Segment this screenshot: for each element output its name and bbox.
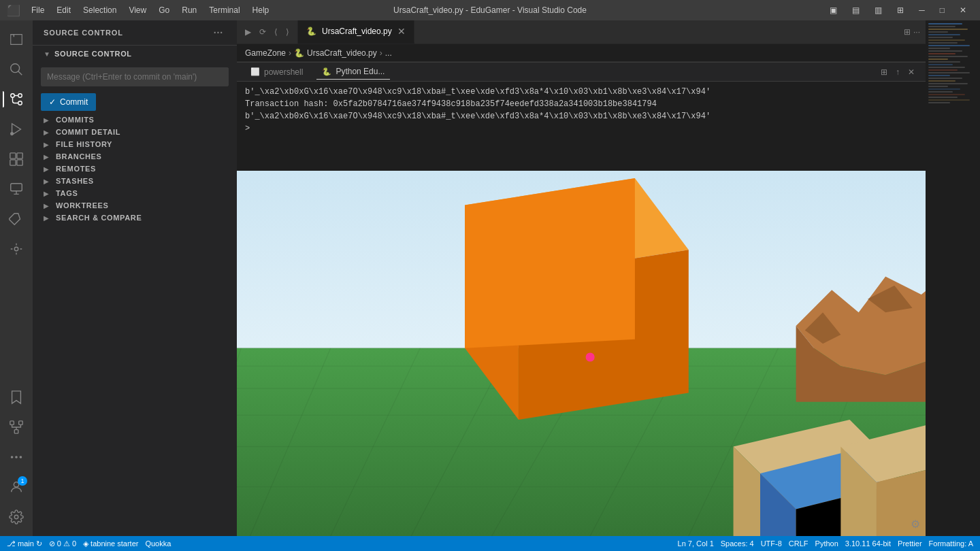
layout-icon[interactable]: ▤ <box>845 3 866 18</box>
more-actions-icon[interactable]: ··· <box>913 27 920 37</box>
tree-item-commit-detail[interactable]: ▶ COMMIT DETAIL <box>33 126 237 138</box>
error-icon: ⊘ <box>49 539 55 548</box>
minimap-line <box>928 42 958 44</box>
window-title: UrsaCraft_video.py - EduGamer - Visual S… <box>393 5 587 15</box>
commit-button[interactable]: ✓ Commit <box>41 93 96 111</box>
tree-item-commits[interactable]: ▶ COMMITS <box>33 114 237 126</box>
status-formatting[interactable]: Formatting: A <box>929 539 973 548</box>
status-quokka[interactable]: Quokka <box>145 539 171 548</box>
customize-icon[interactable]: ⊞ <box>890 3 911 18</box>
tree-item-branches[interactable]: ▶ BRANCHES <box>33 150 237 163</box>
activity-gitlens[interactable] <box>3 235 30 263</box>
minimap-line <box>928 61 960 63</box>
main-area: 1 SOURCE CONTROL ··· ▼ SOURCE CONTROL <box>0 20 980 536</box>
status-language[interactable]: Python <box>815 539 838 548</box>
activity-remote-explorer[interactable] <box>3 176 30 203</box>
menu-edit[interactable]: Edit <box>51 3 76 17</box>
activity-source-tree[interactable] <box>3 414 30 441</box>
minimap-line <box>928 80 956 82</box>
activity-extensions[interactable] <box>3 146 30 173</box>
activity-explorer[interactable] <box>3 26 30 53</box>
activity-search[interactable] <box>3 56 30 83</box>
status-tabnine[interactable]: ◈ tabnine starter <box>83 539 138 548</box>
status-spaces[interactable]: Spaces: 4 <box>721 539 754 548</box>
sidebar-more-btn[interactable]: ··· <box>211 26 226 39</box>
warning-count: 0 <box>72 539 76 548</box>
breadcrumb-gamezone[interactable]: GameZone <box>245 48 286 58</box>
remote-icon[interactable]: ▣ <box>823 3 844 18</box>
editor-area: ▶ ⟳ ⟨ ⟩ 🐍 UrsaCraft_video.py ✕ ⊞ ··· Gam… <box>237 20 926 536</box>
activity-account[interactable]: 1 <box>3 473 30 501</box>
terminal-tab-python[interactable]: 🐍 Python Edu... <box>316 64 390 80</box>
tree-item-search-compare[interactable]: ▶ SEARCH & COMPARE <box>33 212 237 224</box>
minimap-line <box>928 50 962 52</box>
close-button[interactable]: ✕ <box>953 3 973 18</box>
menu-go[interactable]: Go <box>153 3 175 17</box>
panel-icon[interactable]: ▥ <box>868 3 889 18</box>
breadcrumb-sep2: › <box>380 48 382 58</box>
activity-more[interactable] <box>3 444 30 471</box>
minimap-line <box>928 64 953 65</box>
maximize-button[interactable]: □ <box>933 3 951 18</box>
back-button[interactable]: ⟨ <box>272 26 280 38</box>
chevron-right-icon: ▶ <box>44 214 53 222</box>
menu-view[interactable]: View <box>123 3 152 17</box>
terminal-maximize-btn[interactable]: ↑ <box>893 66 902 78</box>
svg-rect-14 <box>19 421 22 425</box>
minimap-line <box>928 94 965 95</box>
status-encoding[interactable]: UTF-8 <box>761 539 782 548</box>
terminal-split-btn[interactable]: ⊞ <box>878 66 890 78</box>
status-python-version[interactable]: 3.10.11 64-bit <box>845 539 891 548</box>
activity-run-debug[interactable] <box>3 116 30 143</box>
breadcrumb-file[interactable]: UrsaCraft_video.py <box>307 48 377 58</box>
status-position[interactable]: Ln 7, Col 1 <box>678 539 714 548</box>
minimize-button[interactable]: ─ <box>912 3 932 18</box>
minimap-line <box>928 59 948 60</box>
tree-item-label: COMMITS <box>56 116 95 124</box>
minimap-line <box>928 75 950 76</box>
menu-terminal[interactable]: Terminal <box>203 3 245 17</box>
tree-item-file-history[interactable]: ▶ FILE HISTORY <box>33 138 237 150</box>
language-text: Python <box>815 539 838 548</box>
forward-button[interactable]: ⟩ <box>283 26 292 38</box>
split-editor-icon[interactable]: ⊞ <box>904 27 911 37</box>
debug-button[interactable]: ⟳ <box>257 26 269 38</box>
tree-item-label: STASHES <box>56 177 94 185</box>
chevron-down-icon: ▼ <box>44 50 52 58</box>
tab-close-button[interactable]: ✕ <box>397 26 406 37</box>
preview-settings-icon[interactable]: ⚙ <box>911 518 920 531</box>
tabnine-icon: ◈ <box>83 539 88 548</box>
activity-source-control[interactable] <box>3 86 30 113</box>
warning-icon: ⚠ <box>63 539 70 548</box>
status-errors[interactable]: ⊘ 0 ⚠ 0 <box>49 539 76 548</box>
commit-message-input[interactable] <box>41 67 229 86</box>
source-control-section-header[interactable]: ▼ SOURCE CONTROL <box>33 46 237 62</box>
tree-item-remotes[interactable]: ▶ REMOTES <box>33 163 237 175</box>
svg-rect-7 <box>10 153 16 158</box>
status-line-ending[interactable]: CRLF <box>789 539 808 548</box>
tree-item-tags[interactable]: ▶ TAGS <box>33 187 237 199</box>
menu-run[interactable]: Run <box>176 3 202 17</box>
menu-selection[interactable]: Selection <box>78 3 122 17</box>
terminal-header: ⬜ powershell 🐍 Python Edu... ⊞ ↑ ✕ <box>237 63 926 82</box>
status-branch[interactable]: ⎇ main ↻ <box>7 539 42 548</box>
minimap-line <box>928 86 948 87</box>
menu-file[interactable]: File <box>26 3 50 17</box>
run-button[interactable]: ▶ <box>242 26 254 38</box>
activity-bookmarks[interactable] <box>3 384 30 411</box>
svg-rect-11 <box>11 184 22 191</box>
breadcrumb-ellipsis[interactable]: ... <box>385 48 392 58</box>
activity-testing[interactable] <box>3 205 30 233</box>
tree-item-label: BRANCHES <box>56 152 102 161</box>
status-prettier[interactable]: Prettier <box>898 539 921 548</box>
spaces-text: Spaces: 4 <box>721 539 754 548</box>
terminal-close-btn[interactable]: ✕ <box>905 66 917 78</box>
tab-ursacraft[interactable]: 🐍 UrsaCraft_video.py ✕ <box>298 20 414 44</box>
minimap-line <box>928 31 948 33</box>
terminal-tab-powershell[interactable]: ⬜ powershell <box>245 65 308 80</box>
tree-item-stashes[interactable]: ▶ STASHES <box>33 175 237 187</box>
minimap-line <box>928 37 953 38</box>
tree-item-worktrees[interactable]: ▶ WORKTREES <box>33 199 237 212</box>
menu-help[interactable]: Help <box>247 3 275 17</box>
activity-settings[interactable] <box>3 503 30 531</box>
